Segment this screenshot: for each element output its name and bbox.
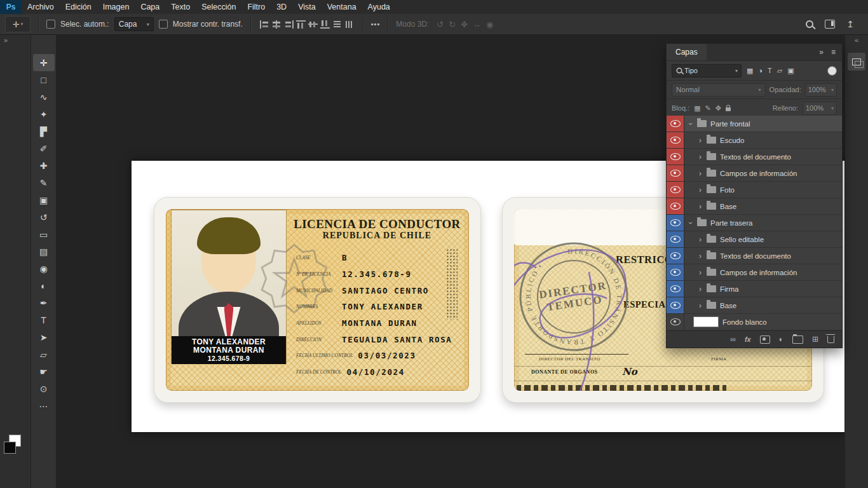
layer-row-body[interactable]: › Parte frontal [684, 116, 750, 132]
menu-item[interactable]: 3D [271, 0, 292, 14]
layer-visibility-cell[interactable] [667, 198, 684, 214]
align-center-h-icon[interactable] [272, 20, 281, 29]
tool-preset-picker[interactable]: ✛ [5, 16, 31, 32]
menu-item[interactable]: Texto [165, 0, 196, 14]
opacity-dropdown[interactable]: 100% [805, 83, 837, 97]
menu-item[interactable]: Filtro [241, 0, 271, 14]
more-options-icon[interactable]: ••• [371, 20, 381, 28]
zoom-tool[interactable]: ⊙ [33, 380, 55, 397]
layer-row-body[interactable]: › Base [684, 297, 736, 313]
lock-pixels-icon[interactable]: ✎ [705, 104, 711, 112]
filter-pixel-layers-icon[interactable]: ▦ [747, 67, 753, 75]
layer-row-body[interactable]: › Textos del documento [684, 248, 791, 264]
expand-caret-icon[interactable]: › [698, 301, 703, 310]
expand-caret-icon[interactable]: › [698, 235, 703, 244]
menu-item[interactable]: Imagen [97, 0, 135, 14]
clone-stamp-tool[interactable]: ▣ [33, 191, 55, 208]
layer-visibility-cell[interactable] [667, 116, 684, 132]
align-middle-v-icon[interactable] [308, 20, 318, 29]
marquee-tool[interactable]: □ [33, 71, 55, 88]
expand-caret-icon[interactable]: › [698, 285, 703, 294]
layer-visibility-cell[interactable] [667, 149, 684, 165]
layer-row[interactable]: › Base [667, 297, 842, 314]
layer-row-body[interactable]: › Foto [684, 182, 735, 198]
new-layer-icon[interactable]: ⊞ [812, 335, 818, 344]
expand-panels-icon[interactable]: » [4, 36, 8, 44]
layer-row[interactable]: › Campos de información [667, 165, 842, 182]
expand-caret-icon[interactable]: › [686, 121, 695, 126]
layer-visibility-cell[interactable] [667, 132, 684, 148]
menu-item[interactable]: Selección [196, 0, 241, 14]
layer-row-body[interactable]: › Firma [684, 281, 738, 297]
layer-row[interactable]: › Textos del documento [667, 149, 842, 165]
layer-visibility-cell[interactable] [667, 248, 684, 264]
hand-tool[interactable]: ☛ [33, 363, 55, 380]
menu-item[interactable]: Archivo [22, 0, 60, 14]
layers-dock-button[interactable] [848, 53, 865, 71]
lasso-tool[interactable]: ∿ [33, 88, 55, 105]
layer-visibility-cell[interactable] [667, 314, 684, 330]
healing-brush-tool[interactable]: ✚ [33, 157, 55, 174]
layer-row-body[interactable]: › Sello editable [684, 231, 764, 247]
type-tool[interactable]: T [33, 311, 55, 329]
layer-visibility-cell[interactable] [667, 281, 684, 297]
expand-caret-icon[interactable]: › [698, 136, 703, 145]
delete-layer-icon[interactable] [827, 336, 834, 343]
link-layers-icon[interactable]: ∞ [730, 335, 736, 344]
layer-row[interactable]: › Firma [667, 281, 842, 297]
show-transform-checkbox[interactable] [159, 20, 168, 29]
expand-caret-icon[interactable]: › [698, 186, 703, 194]
filter-adjustment-layers-icon[interactable]: ◑ [758, 67, 763, 74]
history-brush-tool[interactable]: ↺ [33, 208, 55, 226]
filter-toggle-icon[interactable] [827, 66, 837, 76]
layer-visibility-cell[interactable] [667, 182, 684, 198]
pen-tool[interactable]: ✒ [33, 294, 55, 311]
menu-item[interactable]: Edición [60, 0, 97, 14]
layer-row-body[interactable]: › Base [684, 198, 736, 214]
expand-caret-icon[interactable]: › [686, 220, 695, 226]
layer-row[interactable]: › Parte frontal [667, 116, 842, 132]
layer-visibility-cell[interactable] [667, 297, 684, 313]
search-icon[interactable] [806, 20, 813, 28]
layer-row-body[interactable]: › Parte trasera [684, 215, 752, 231]
layer-row[interactable]: › Base [667, 198, 842, 215]
align-top-icon[interactable] [296, 20, 306, 29]
3d-roll-icon[interactable]: ↻ [449, 20, 456, 29]
3d-pan-icon[interactable]: ✥ [461, 20, 468, 29]
align-left-icon[interactable] [260, 20, 269, 29]
distribute-h-icon[interactable] [344, 20, 354, 29]
layer-row[interactable]: › Fondo blanco [667, 314, 842, 330]
eyedropper-tool[interactable]: ✐ [33, 140, 55, 157]
collapse-panel-icon[interactable]: » [819, 48, 824, 57]
add-layer-mask-icon[interactable] [760, 336, 770, 344]
layer-filter-type-dropdown[interactable]: Tipo [672, 64, 742, 78]
layer-row-body[interactable]: › Campos de información [684, 264, 797, 280]
eraser-tool[interactable]: ▭ [33, 226, 55, 243]
3d-camera-icon[interactable]: ◉ [486, 20, 493, 29]
share-icon[interactable]: ↥ [846, 19, 854, 29]
shape-tool[interactable]: ▱ [33, 346, 55, 363]
filter-shape-layers-icon[interactable]: ▱ [777, 67, 782, 75]
layer-row[interactable]: › Campos de información [667, 264, 842, 281]
layer-visibility-cell[interactable] [667, 215, 684, 231]
expand-caret-icon[interactable]: › [698, 202, 703, 211]
layer-visibility-cell[interactable] [667, 231, 684, 247]
move-tool[interactable]: ✛ [33, 54, 55, 71]
lock-position-icon[interactable]: ✥ [715, 104, 721, 112]
expand-caret-icon[interactable]: › [698, 252, 703, 261]
foreground-color-swatch[interactable] [4, 442, 16, 454]
filter-type-layers-icon[interactable]: T [768, 67, 772, 74]
auto-select-target-dropdown[interactable]: Capa [114, 17, 154, 31]
panel-menu-icon[interactable]: ≡ [831, 48, 836, 57]
layer-row-body[interactable]: › Textos del documento [684, 149, 791, 165]
layer-row[interactable]: › Sello editable [667, 231, 842, 248]
layer-row[interactable]: › Foto [667, 182, 842, 198]
expand-caret-icon[interactable]: › [698, 169, 703, 178]
blur-tool[interactable]: ◉ [33, 260, 55, 277]
fill-dropdown[interactable]: 100% [803, 102, 837, 115]
crop-tool[interactable]: ▛ [33, 123, 55, 140]
menu-item[interactable]: Ventana [322, 0, 362, 14]
edit-toolbar[interactable]: ⋯ [33, 397, 55, 414]
layer-visibility-cell[interactable] [667, 264, 684, 280]
gradient-tool[interactable]: ▤ [33, 243, 55, 260]
